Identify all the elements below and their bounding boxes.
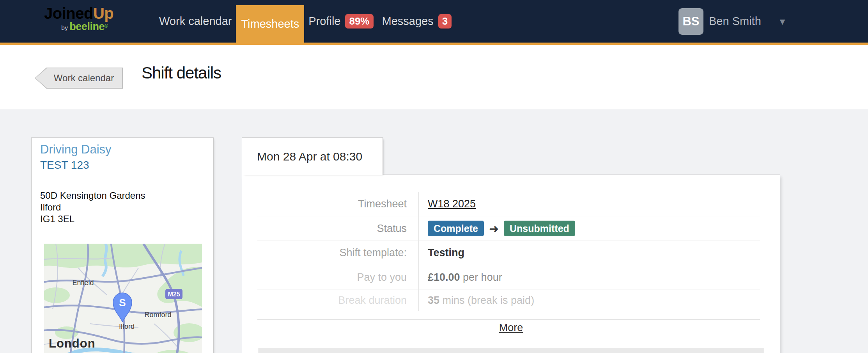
address-line: 50D Kensington Gardens	[40, 190, 145, 201]
location-map-thumbnail: M25 Enfield Romford Ilford London S	[44, 244, 202, 353]
address-line: IG1 3EL	[40, 213, 145, 225]
more-link[interactable]: More	[499, 322, 523, 333]
nav-menu: Work calendar Timesheets Profile89% Mess…	[159, 0, 456, 43]
map-label-london: London	[49, 337, 96, 350]
main-content: Driving Daisy TEST 123 50D Kensington Ga…	[0, 109, 868, 353]
avatar-initials: BS	[682, 14, 699, 29]
table-row-status: Status Complete ➜ Unsubmitted	[257, 216, 760, 241]
nav-item-timesheets[interactable]: Timesheets	[236, 5, 304, 43]
shift-datetime-label: Mon 28 Apr at 08:30	[257, 150, 362, 163]
logo-byline: by beeline®	[44, 21, 113, 33]
table-row-timesheet: Timesheet W18 2025	[257, 192, 760, 216]
location-address: 50D Kensington Gardens Ilford IG1 3EL	[40, 190, 145, 225]
nav-item-profile[interactable]: Profile89%	[304, 0, 377, 43]
messages-count-badge: 3	[438, 14, 452, 29]
status-badge-unsubmitted: Unsubmitted	[504, 221, 575, 236]
nav-item-messages[interactable]: Messages3	[378, 0, 456, 43]
chevron-down-icon: ▾	[780, 15, 785, 28]
registered-mark-icon: ®	[105, 23, 108, 29]
logo-joined: Joined	[44, 5, 93, 22]
timesheet-link[interactable]: W18 2025	[428, 198, 476, 210]
logo-beeline: beeline	[69, 21, 105, 32]
map-pin-label: S	[119, 297, 126, 308]
map-label-romford: Romford	[144, 311, 171, 319]
table-row-pay: Pay to you £10.00 per hour	[257, 265, 760, 289]
location-card: Driving Daisy TEST 123 50D Kensington Ga…	[31, 137, 214, 353]
avatar: BS	[678, 8, 703, 35]
status-badge-complete: Complete	[428, 221, 484, 236]
detail-rows: Timesheet W18 2025 Status Complete ➜ Uns…	[257, 192, 760, 311]
next-section-header-bar	[259, 348, 764, 353]
shift-datetime-tab[interactable]: Mon 28 Apr at 08:30	[242, 137, 383, 175]
back-button-label: Work calendar	[54, 73, 114, 84]
page-header: Work calendar Shift details	[0, 45, 868, 109]
map-label-enfield: Enfield	[72, 279, 94, 287]
break-duration-value: 35	[428, 294, 439, 307]
break-duration-unit: mins (break is paid)	[439, 294, 534, 307]
motorway-badge-label: M25	[168, 291, 180, 298]
logo-wordmark: JoinedUp	[44, 5, 113, 22]
logo-up: Up	[93, 5, 113, 22]
user-menu[interactable]: BS Ben Smith ▾	[678, 0, 785, 43]
table-row-break: Break duration 35 mins (break is paid)	[257, 289, 760, 311]
user-name: Ben Smith	[709, 15, 761, 28]
pay-rate-unit: per hour	[460, 271, 502, 283]
pay-rate-value: £10.00	[428, 271, 460, 283]
top-navbar: JoinedUp by beeline® Work calendar Times…	[0, 0, 868, 45]
table-row-shift-template: Shift template: Testing	[257, 241, 760, 265]
page-title: Shift details	[142, 64, 221, 82]
map-label-ilford: Ilford	[119, 323, 135, 330]
shift-details-panel: Timesheet W18 2025 Status Complete ➜ Uns…	[242, 175, 780, 353]
back-to-work-calendar-button[interactable]: Work calendar	[35, 68, 123, 89]
joinedup-logo[interactable]: JoinedUp by beeline®	[44, 5, 113, 33]
row-label: Shift template:	[257, 247, 418, 259]
divider	[257, 319, 760, 320]
map-image: M25 Enfield Romford Ilford London S	[44, 244, 202, 353]
row-label: Break duration	[257, 294, 418, 307]
client-name-link[interactable]: Driving Daisy	[40, 143, 112, 157]
shift-template-value: Testing	[428, 247, 464, 259]
row-label: Status	[257, 223, 418, 235]
row-label: Pay to you	[257, 271, 418, 283]
address-line: Ilford	[40, 201, 145, 213]
arrow-right-icon: ➜	[489, 222, 499, 235]
shift-reference-link[interactable]: TEST 123	[40, 159, 89, 171]
nav-item-work-calendar[interactable]: Work calendar	[159, 0, 236, 43]
row-label: Timesheet	[257, 198, 418, 210]
profile-completeness-badge: 89%	[345, 14, 373, 29]
